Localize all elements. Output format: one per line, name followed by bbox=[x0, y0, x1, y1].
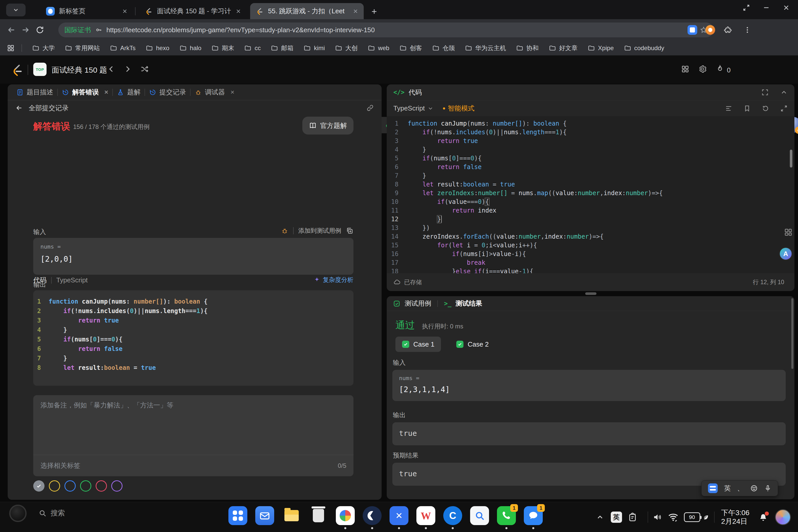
tray-volume-icon[interactable] bbox=[653, 512, 662, 522]
back-button[interactable] bbox=[4, 23, 18, 37]
app-trash-icon[interactable] bbox=[309, 506, 328, 525]
taskbar-search[interactable]: 搜索 bbox=[38, 508, 65, 518]
browser-tab-active[interactable]: 55. 跳跃游戏 - 力扣（Leet bbox=[250, 3, 364, 19]
debug-bug-icon[interactable] bbox=[281, 227, 288, 234]
bookmark-icon[interactable] bbox=[743, 104, 751, 112]
bookmark-folder[interactable]: 协和 bbox=[511, 44, 544, 52]
ime-keyboard-icon[interactable] bbox=[708, 483, 718, 493]
emoji-icon[interactable] bbox=[750, 484, 758, 492]
tray-notifications[interactable] bbox=[758, 512, 768, 522]
reload-button[interactable] bbox=[33, 23, 47, 37]
app-wps-icon[interactable]: W bbox=[416, 506, 435, 525]
os-launcher-logo[interactable] bbox=[9, 505, 26, 522]
expand-icon[interactable] bbox=[780, 104, 788, 112]
app-phone-icon[interactable]: 1 bbox=[497, 506, 516, 525]
tab-solutions[interactable]: 题解 bbox=[113, 88, 145, 97]
language-select[interactable]: TypeScript bbox=[393, 104, 425, 112]
tab-testresult[interactable]: 测试结果 bbox=[456, 299, 482, 308]
copy-plus-icon[interactable] bbox=[346, 227, 354, 234]
cursor-position[interactable]: 行 12, 列 10 bbox=[753, 278, 784, 286]
tab-problem-description[interactable]: 题目描述 bbox=[12, 88, 57, 97]
close-icon[interactable] bbox=[235, 8, 242, 14]
bookmark-folder[interactable]: 好文章 bbox=[544, 44, 583, 52]
color-dot-green[interactable] bbox=[80, 480, 91, 492]
tab-debugger[interactable]: 调试器× bbox=[191, 88, 239, 97]
close-icon[interactable] bbox=[353, 8, 359, 14]
submitted-code-block[interactable]: 1function canJump(nums: number[]): boole… bbox=[33, 290, 354, 386]
extensions-puzzle-icon[interactable] bbox=[722, 24, 734, 36]
window-close-icon[interactable] bbox=[781, 2, 792, 13]
bookmark-folder[interactable]: 期末 bbox=[206, 44, 239, 52]
app-mail-icon[interactable] bbox=[255, 506, 274, 525]
bookmark-folder[interactable]: hexo bbox=[141, 44, 174, 52]
extension-orange-icon[interactable] bbox=[704, 24, 716, 36]
ime-punctuation[interactable]: 、 bbox=[737, 484, 744, 493]
tray-ime-badge[interactable]: 英 bbox=[611, 512, 622, 523]
shuffle-icon[interactable] bbox=[140, 65, 149, 73]
app-files-icon[interactable] bbox=[282, 506, 301, 525]
address-bar[interactable]: 国际证书 https://leetcode.cn/problems/jump-g… bbox=[58, 22, 714, 37]
back-to-submissions[interactable]: 全部提交记录 bbox=[8, 100, 382, 116]
ime-language[interactable]: 英 bbox=[724, 484, 731, 493]
bookmark-folder[interactable]: codebuddy bbox=[619, 44, 669, 52]
window-minimize-icon[interactable] bbox=[761, 2, 772, 13]
microphone-icon[interactable] bbox=[764, 485, 772, 492]
key-icon[interactable] bbox=[95, 26, 102, 34]
app-launcher-icon[interactable] bbox=[228, 506, 247, 525]
note-input[interactable]: 添加备注，例如「暴力解法」、「方法一」等 选择相关标签 0/5 bbox=[33, 395, 354, 476]
bookmark-folder[interactable]: 大创 bbox=[330, 44, 363, 52]
format-icon[interactable] bbox=[725, 104, 733, 112]
gear-icon[interactable] bbox=[698, 65, 707, 73]
apps-grid-icon[interactable] bbox=[7, 44, 15, 52]
layout-grid-icon[interactable] bbox=[681, 65, 689, 73]
official-solution-button[interactable]: 官方题解 bbox=[302, 117, 354, 135]
streak-flame-icon[interactable] bbox=[716, 65, 724, 73]
tray-clipboard-icon[interactable] bbox=[628, 512, 638, 522]
bookmark-folder[interactable]: cc bbox=[239, 44, 266, 52]
leetcode-logo[interactable] bbox=[10, 63, 24, 77]
tray-expand-icon[interactable] bbox=[596, 513, 604, 521]
tab-search-button[interactable] bbox=[6, 4, 25, 16]
editor-body[interactable]: 1function canJump(nums: number[]): boole… bbox=[387, 116, 794, 273]
browser-tab-newtab[interactable]: 新标签页 bbox=[41, 3, 133, 19]
bookmark-folder[interactable]: Xpipe bbox=[583, 44, 619, 52]
browser-menu-kebab-icon[interactable] bbox=[740, 23, 755, 37]
test-panel-scrollbar[interactable] bbox=[791, 298, 793, 369]
color-dot-purple[interactable] bbox=[111, 480, 122, 492]
close-icon[interactable]: × bbox=[104, 88, 108, 96]
case-2-tab[interactable]: Case 2 bbox=[450, 337, 495, 352]
tag-selector[interactable]: 选择相关标签 0/5 bbox=[33, 455, 354, 476]
bookmark-folder[interactable]: 常用网站 bbox=[60, 44, 105, 52]
bookmark-folder[interactable]: 创客 bbox=[394, 44, 427, 52]
link-icon[interactable] bbox=[366, 104, 374, 112]
url-security-badge[interactable]: 国际证书 bbox=[64, 25, 91, 35]
test-output-box[interactable]: true bbox=[392, 422, 786, 445]
smart-mode-label[interactable]: 智能模式 bbox=[448, 104, 474, 113]
collapse-chevron-icon[interactable] bbox=[780, 89, 788, 96]
bookmark-folder[interactable]: halo bbox=[174, 44, 206, 52]
color-dot-selected[interactable] bbox=[33, 480, 44, 492]
app-browser-icon[interactable]: C bbox=[443, 506, 462, 525]
tab-submissions[interactable]: 提交记录 bbox=[145, 88, 190, 97]
fullscreen-icon[interactable] bbox=[761, 89, 769, 96]
extension-blue-icon[interactable] bbox=[686, 24, 698, 36]
close-icon[interactable]: × bbox=[230, 88, 234, 96]
browser-tab-studyplan[interactable]: 面试经典 150 题 - 学习计 bbox=[139, 3, 247, 19]
bookmark-folder[interactable]: 大学 bbox=[27, 44, 60, 52]
bookmark-folder[interactable]: 仓颉 bbox=[427, 44, 460, 52]
reset-icon[interactable] bbox=[762, 104, 770, 112]
color-dot-blue[interactable] bbox=[64, 480, 76, 492]
tray-clock[interactable]: 下午3:06 2月24日 bbox=[721, 509, 750, 526]
tray-avatar[interactable] bbox=[775, 509, 791, 525]
app-store-icon[interactable] bbox=[336, 506, 355, 525]
bookmark-folder[interactable]: kimi bbox=[299, 44, 330, 52]
url-text[interactable]: https://leetcode.cn/problems/jump-game/?… bbox=[107, 26, 696, 34]
close-icon[interactable] bbox=[122, 8, 128, 14]
bookmark-folder[interactable]: ArkTs bbox=[105, 44, 141, 52]
complexity-analysis-link[interactable]: 复杂度分析 bbox=[314, 276, 354, 284]
window-restore-icon[interactable] bbox=[741, 2, 752, 13]
prev-problem-button[interactable] bbox=[107, 65, 116, 73]
app-tool-icon[interactable]: ✕ bbox=[390, 506, 408, 525]
tray-wifi-icon[interactable] bbox=[668, 512, 679, 523]
tab-testcase[interactable]: 测试用例 bbox=[405, 299, 431, 308]
